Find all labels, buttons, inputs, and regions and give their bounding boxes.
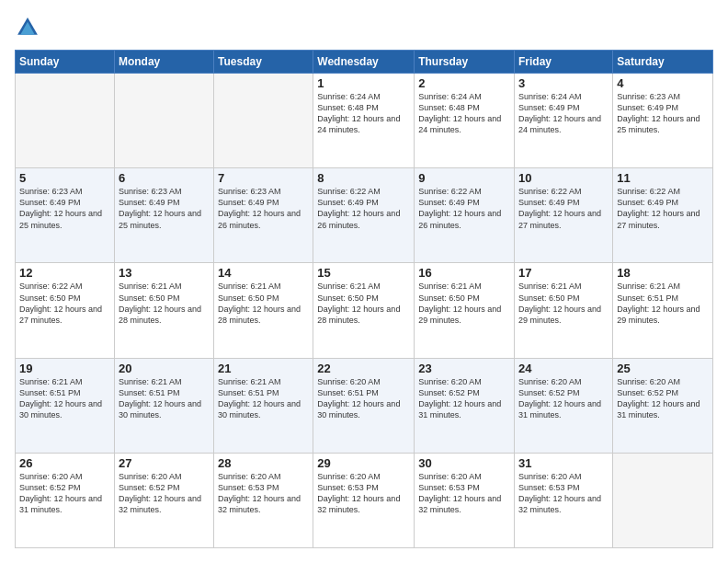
day-info: Sunrise: 6:20 AM Sunset: 6:53 PM Dayligh…: [418, 471, 510, 516]
day-info: Sunrise: 6:22 AM Sunset: 6:49 PM Dayligh…: [317, 186, 410, 231]
day-number: 2: [418, 76, 510, 90]
day-info: Sunrise: 6:21 AM Sunset: 6:51 PM Dayligh…: [218, 376, 309, 421]
calendar-header-sunday: Sunday: [16, 51, 115, 74]
calendar-cell: 11Sunrise: 6:22 AM Sunset: 6:49 PM Dayli…: [613, 168, 713, 263]
day-number: 24: [518, 362, 609, 375]
day-number: 31: [518, 456, 609, 470]
logo-icon: [15, 15, 40, 40]
day-number: 30: [418, 456, 510, 470]
day-number: 28: [218, 456, 309, 470]
day-number: 5: [19, 171, 110, 185]
calendar-header-thursday: Thursday: [415, 51, 515, 74]
day-number: 21: [218, 362, 309, 375]
day-number: 7: [218, 171, 309, 185]
calendar-cell: 18Sunrise: 6:21 AM Sunset: 6:51 PM Dayli…: [613, 263, 713, 358]
calendar-week-row: 1Sunrise: 6:24 AM Sunset: 6:48 PM Daylig…: [16, 74, 713, 168]
calendar-cell: 5Sunrise: 6:23 AM Sunset: 6:49 PM Daylig…: [16, 168, 115, 263]
day-info: Sunrise: 6:21 AM Sunset: 6:50 PM Dayligh…: [317, 281, 410, 326]
calendar-cell: 17Sunrise: 6:21 AM Sunset: 6:50 PM Dayli…: [515, 263, 613, 358]
day-number: 11: [617, 171, 709, 185]
calendar-table: SundayMondayTuesdayWednesdayThursdayFrid…: [15, 50, 713, 548]
calendar-cell: 19Sunrise: 6:21 AM Sunset: 6:51 PM Dayli…: [16, 358, 115, 453]
day-number: 18: [617, 266, 709, 280]
day-info: Sunrise: 6:22 AM Sunset: 6:50 PM Dayligh…: [19, 281, 110, 326]
day-number: 25: [617, 362, 709, 375]
day-info: Sunrise: 6:21 AM Sunset: 6:50 PM Dayligh…: [518, 281, 609, 326]
calendar-week-row: 12Sunrise: 6:22 AM Sunset: 6:50 PM Dayli…: [16, 263, 713, 358]
calendar-cell: 12Sunrise: 6:22 AM Sunset: 6:50 PM Dayli…: [16, 263, 115, 358]
calendar-cell: 9Sunrise: 6:22 AM Sunset: 6:49 PM Daylig…: [415, 168, 515, 263]
calendar-header-tuesday: Tuesday: [214, 51, 313, 74]
calendar-cell: 25Sunrise: 6:20 AM Sunset: 6:52 PM Dayli…: [613, 358, 713, 453]
calendar-cell: [613, 453, 713, 547]
calendar-cell: 16Sunrise: 6:21 AM Sunset: 6:50 PM Dayli…: [415, 263, 515, 358]
day-number: 13: [119, 266, 210, 280]
calendar-cell: 6Sunrise: 6:23 AM Sunset: 6:49 PM Daylig…: [114, 168, 213, 263]
calendar-header-saturday: Saturday: [613, 51, 713, 74]
page: SundayMondayTuesdayWednesdayThursdayFrid…: [0, 0, 728, 563]
calendar-cell: [16, 74, 115, 168]
day-info: Sunrise: 6:21 AM Sunset: 6:50 PM Dayligh…: [418, 281, 510, 326]
calendar-cell: 14Sunrise: 6:21 AM Sunset: 6:50 PM Dayli…: [214, 263, 313, 358]
day-number: 15: [317, 266, 410, 280]
calendar-cell: 23Sunrise: 6:20 AM Sunset: 6:52 PM Dayli…: [415, 358, 515, 453]
calendar-cell: [214, 74, 313, 168]
header: [15, 15, 713, 40]
calendar-cell: 29Sunrise: 6:20 AM Sunset: 6:53 PM Dayli…: [313, 453, 415, 547]
day-info: Sunrise: 6:21 AM Sunset: 6:50 PM Dayligh…: [218, 281, 309, 326]
day-info: Sunrise: 6:21 AM Sunset: 6:51 PM Dayligh…: [617, 281, 709, 326]
calendar-cell: 2Sunrise: 6:24 AM Sunset: 6:48 PM Daylig…: [415, 74, 515, 168]
day-info: Sunrise: 6:20 AM Sunset: 6:52 PM Dayligh…: [19, 471, 110, 516]
day-info: Sunrise: 6:20 AM Sunset: 6:52 PM Dayligh…: [518, 376, 609, 421]
day-info: Sunrise: 6:22 AM Sunset: 6:49 PM Dayligh…: [617, 186, 709, 231]
calendar-header-friday: Friday: [515, 51, 613, 74]
calendar-cell: 26Sunrise: 6:20 AM Sunset: 6:52 PM Dayli…: [16, 453, 115, 547]
day-info: Sunrise: 6:22 AM Sunset: 6:49 PM Dayligh…: [518, 186, 609, 231]
calendar-cell: 21Sunrise: 6:21 AM Sunset: 6:51 PM Dayli…: [214, 358, 313, 453]
day-info: Sunrise: 6:21 AM Sunset: 6:51 PM Dayligh…: [119, 376, 210, 421]
day-info: Sunrise: 6:20 AM Sunset: 6:53 PM Dayligh…: [218, 471, 309, 516]
calendar-cell: 30Sunrise: 6:20 AM Sunset: 6:53 PM Dayli…: [415, 453, 515, 547]
day-number: 16: [418, 266, 510, 280]
day-number: 20: [119, 362, 210, 375]
calendar-cell: 7Sunrise: 6:23 AM Sunset: 6:49 PM Daylig…: [214, 168, 313, 263]
day-info: Sunrise: 6:20 AM Sunset: 6:53 PM Dayligh…: [518, 471, 609, 516]
day-info: Sunrise: 6:21 AM Sunset: 6:51 PM Dayligh…: [19, 376, 110, 421]
calendar-cell: 27Sunrise: 6:20 AM Sunset: 6:52 PM Dayli…: [114, 453, 213, 547]
day-info: Sunrise: 6:23 AM Sunset: 6:49 PM Dayligh…: [617, 91, 709, 136]
calendar-cell: 31Sunrise: 6:20 AM Sunset: 6:53 PM Dayli…: [515, 453, 613, 547]
calendar-cell: 20Sunrise: 6:21 AM Sunset: 6:51 PM Dayli…: [114, 358, 213, 453]
calendar-week-row: 5Sunrise: 6:23 AM Sunset: 6:49 PM Daylig…: [16, 168, 713, 263]
calendar-header-monday: Monday: [114, 51, 213, 74]
day-number: 10: [518, 171, 609, 185]
day-info: Sunrise: 6:20 AM Sunset: 6:51 PM Dayligh…: [317, 376, 410, 421]
day-info: Sunrise: 6:23 AM Sunset: 6:49 PM Dayligh…: [19, 186, 110, 231]
day-number: 14: [218, 266, 309, 280]
day-info: Sunrise: 6:24 AM Sunset: 6:48 PM Dayligh…: [317, 91, 410, 136]
calendar-header-row: SundayMondayTuesdayWednesdayThursdayFrid…: [16, 51, 713, 74]
calendar-cell: 3Sunrise: 6:24 AM Sunset: 6:49 PM Daylig…: [515, 74, 613, 168]
calendar-week-row: 19Sunrise: 6:21 AM Sunset: 6:51 PM Dayli…: [16, 358, 713, 453]
day-info: Sunrise: 6:20 AM Sunset: 6:52 PM Dayligh…: [119, 471, 210, 516]
logo: [15, 15, 44, 40]
day-info: Sunrise: 6:24 AM Sunset: 6:49 PM Dayligh…: [518, 91, 609, 136]
calendar-cell: 15Sunrise: 6:21 AM Sunset: 6:50 PM Dayli…: [313, 263, 415, 358]
day-info: Sunrise: 6:20 AM Sunset: 6:52 PM Dayligh…: [418, 376, 510, 421]
calendar-cell: 10Sunrise: 6:22 AM Sunset: 6:49 PM Dayli…: [515, 168, 613, 263]
calendar-cell: 24Sunrise: 6:20 AM Sunset: 6:52 PM Dayli…: [515, 358, 613, 453]
calendar-cell: 22Sunrise: 6:20 AM Sunset: 6:51 PM Dayli…: [313, 358, 415, 453]
day-info: Sunrise: 6:23 AM Sunset: 6:49 PM Dayligh…: [218, 186, 309, 231]
day-number: 23: [418, 362, 510, 375]
day-info: Sunrise: 6:20 AM Sunset: 6:53 PM Dayligh…: [317, 471, 410, 516]
day-number: 1: [317, 76, 410, 90]
calendar-cell: 28Sunrise: 6:20 AM Sunset: 6:53 PM Dayli…: [214, 453, 313, 547]
calendar-week-row: 26Sunrise: 6:20 AM Sunset: 6:52 PM Dayli…: [16, 453, 713, 547]
calendar-cell: [114, 74, 213, 168]
day-number: 22: [317, 362, 410, 375]
day-number: 6: [119, 171, 210, 185]
day-number: 26: [19, 456, 110, 470]
calendar-cell: 4Sunrise: 6:23 AM Sunset: 6:49 PM Daylig…: [613, 74, 713, 168]
day-number: 17: [518, 266, 609, 280]
day-number: 29: [317, 456, 410, 470]
calendar-cell: 8Sunrise: 6:22 AM Sunset: 6:49 PM Daylig…: [313, 168, 415, 263]
